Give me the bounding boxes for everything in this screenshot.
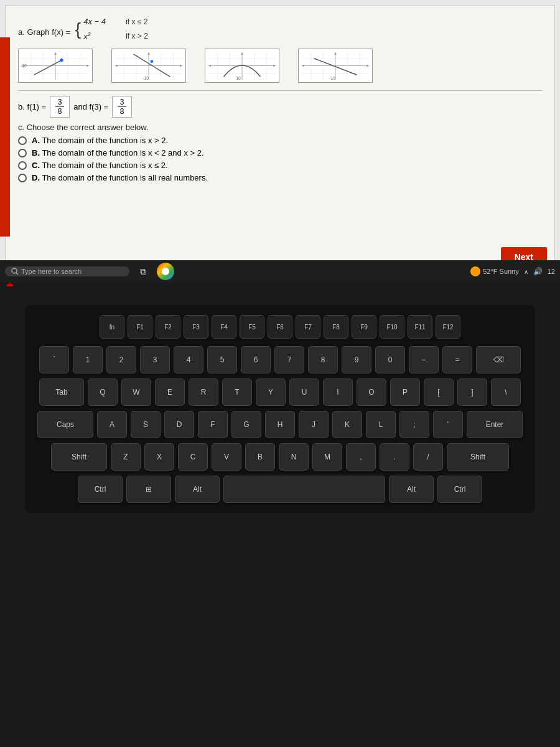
left-panel xyxy=(0,37,10,237)
key-6[interactable]: 6 xyxy=(241,346,271,374)
key-v[interactable]: V xyxy=(212,443,241,471)
function-key-row: fn F1 F2 F3 F4 F5 F6 F7 F8 F9 F10 F11 F1… xyxy=(35,315,525,339)
key-f[interactable]: F xyxy=(198,411,228,438)
key-f2[interactable]: F2 xyxy=(156,315,180,339)
key-rshift[interactable]: Shift xyxy=(447,443,509,471)
key-lalt[interactable]: Alt xyxy=(175,476,220,503)
svg-marker-38 xyxy=(273,65,276,67)
key-lshift[interactable]: Shift xyxy=(51,443,107,471)
key-o[interactable]: O xyxy=(357,378,386,406)
key-fn[interactable]: fn xyxy=(100,315,124,339)
graph-3: 10 xyxy=(205,49,279,83)
key-l[interactable]: L xyxy=(366,411,396,438)
key-h[interactable]: H xyxy=(265,411,295,438)
key-slash[interactable]: / xyxy=(413,443,443,471)
option-d[interactable]: D. The domain of the function is all rea… xyxy=(18,173,542,182)
key-a[interactable]: A xyxy=(97,411,127,438)
key-lbracket[interactable]: [ xyxy=(424,378,454,406)
key-0[interactable]: 0 xyxy=(375,346,405,374)
key-backtick[interactable]: ` xyxy=(39,346,69,374)
key-quote[interactable]: ' xyxy=(433,411,463,438)
graph-4: -10 xyxy=(298,49,373,83)
key-lctrl[interactable]: Ctrl xyxy=(78,476,123,503)
key-minus[interactable]: − xyxy=(409,346,439,374)
key-c[interactable]: C xyxy=(178,443,208,471)
separator xyxy=(18,90,542,91)
key-equals[interactable]: = xyxy=(442,346,472,374)
key-5[interactable]: 5 xyxy=(207,346,237,374)
key-q[interactable]: Q xyxy=(88,378,118,406)
key-u[interactable]: U xyxy=(289,378,319,406)
option-c[interactable]: C. The domain of the function is x ≤ 2. xyxy=(18,161,542,170)
task-view-button[interactable]: ⧉ xyxy=(133,263,153,280)
svg-point-24 xyxy=(150,60,153,63)
key-n[interactable]: N xyxy=(279,443,309,471)
radio-a-icon xyxy=(18,136,27,145)
key-w[interactable]: W xyxy=(121,378,151,406)
piecewise-cases: 4x − 4 if x ≤ 2 x2 if x > 2 xyxy=(83,16,148,44)
key-enter[interactable]: Enter xyxy=(467,411,523,438)
key-s[interactable]: S xyxy=(131,411,161,438)
key-z[interactable]: Z xyxy=(111,443,141,471)
key-f3[interactable]: F3 xyxy=(184,315,208,339)
chrome-icon[interactable] xyxy=(157,263,174,280)
key-g[interactable]: G xyxy=(231,411,261,438)
svg-marker-12 xyxy=(86,65,89,67)
key-comma[interactable]: , xyxy=(346,443,376,471)
key-8[interactable]: 8 xyxy=(308,346,338,374)
case1-expr: 4x − 4 xyxy=(83,16,121,29)
zxcv-row: Shift Z X C V B N M , . / Shift xyxy=(35,443,525,471)
key-k[interactable]: K xyxy=(332,411,362,438)
key-x[interactable]: X xyxy=(144,443,174,471)
f1-fraction: 3 8 xyxy=(50,96,70,118)
f1-denominator: 8 xyxy=(55,107,64,116)
key-y[interactable]: Y xyxy=(256,378,286,406)
key-m[interactable]: M xyxy=(312,443,342,471)
key-rctrl[interactable]: Ctrl xyxy=(437,476,482,503)
key-f10[interactable]: F10 xyxy=(380,315,404,339)
key-rbracket[interactable]: ] xyxy=(457,378,487,406)
key-caps[interactable]: Caps xyxy=(37,411,93,438)
key-period[interactable]: . xyxy=(380,443,409,471)
key-backslash[interactable]: \ xyxy=(491,378,521,406)
option-b-label: B. The domain of the function is x < 2 a… xyxy=(32,148,204,157)
weather-text: 52°F Sunny xyxy=(483,268,519,275)
key-i[interactable]: I xyxy=(323,378,353,406)
key-f8[interactable]: F8 xyxy=(324,315,348,339)
key-f9[interactable]: F9 xyxy=(352,315,376,339)
sound-icon[interactable]: 🔊 xyxy=(533,267,543,276)
key-f6[interactable]: F6 xyxy=(268,315,292,339)
key-tab[interactable]: Tab xyxy=(39,378,84,406)
key-f4[interactable]: F4 xyxy=(212,315,236,339)
key-p[interactable]: P xyxy=(390,378,420,406)
key-j[interactable]: J xyxy=(299,411,329,438)
key-b[interactable]: B xyxy=(245,443,275,471)
key-backspace[interactable]: ⌫ xyxy=(476,346,521,374)
key-e[interactable]: E xyxy=(155,378,185,406)
key-9[interactable]: 9 xyxy=(342,346,371,374)
tray-caret[interactable]: ∧ xyxy=(524,268,528,275)
key-d[interactable]: D xyxy=(164,411,194,438)
search-bar[interactable]: Type here to search xyxy=(5,266,129,276)
key-win[interactable]: ⊞ xyxy=(126,476,171,503)
key-t[interactable]: T xyxy=(222,378,252,406)
key-4[interactable]: 4 xyxy=(174,346,203,374)
key-f5[interactable]: F5 xyxy=(240,315,264,339)
key-2[interactable]: 2 xyxy=(106,346,136,374)
option-c-label: C. The domain of the function is x ≤ 2. xyxy=(32,161,168,170)
option-b[interactable]: B. The domain of the function is x < 2 a… xyxy=(18,148,542,157)
key-1[interactable]: 1 xyxy=(73,346,103,374)
key-r[interactable]: R xyxy=(189,378,218,406)
key-ralt[interactable]: Alt xyxy=(389,476,434,503)
key-7[interactable]: 7 xyxy=(274,346,304,374)
key-f12[interactable]: F12 xyxy=(436,315,460,339)
key-space[interactable] xyxy=(223,476,385,503)
svg-text:10: 10 xyxy=(236,76,241,80)
key-f7[interactable]: F7 xyxy=(296,315,320,339)
key-3[interactable]: 3 xyxy=(140,346,170,374)
svg-line-54 xyxy=(16,273,18,275)
key-f1[interactable]: F1 xyxy=(128,315,152,339)
key-f11[interactable]: F11 xyxy=(408,315,432,339)
key-semicolon[interactable]: ; xyxy=(399,411,429,438)
option-a[interactable]: A. The domain of the function is x > 2. xyxy=(18,136,542,145)
